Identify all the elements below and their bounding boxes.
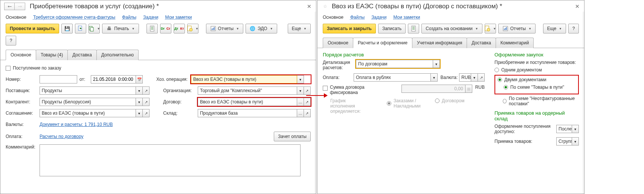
agreement-open-button[interactable]: ↗ [143, 109, 150, 117]
tab-r-accounting[interactable]: Учетная информация [412, 38, 467, 48]
radio-two-docs[interactable] [497, 77, 502, 82]
receipt2-field[interactable]: Сгрупп [556, 137, 572, 146]
currencies-link[interactable]: Документ и расчеты: 1 791,10 RUB [40, 122, 113, 127]
tab-additional[interactable]: Дополнительно [96, 50, 139, 60]
counterparty-label: Контрагент: [6, 99, 40, 105]
sum-fixed-checkbox[interactable] [323, 86, 328, 91]
schedule-opt-orders: Заказами / Накладными [394, 98, 424, 109]
tab-delivery[interactable]: Доставка [67, 50, 97, 60]
favorite-star-icon[interactable]: ☆ [321, 3, 329, 10]
link-tasks[interactable]: Задачи [143, 15, 158, 20]
curr-field[interactable]: RUB [459, 73, 471, 82]
help-button-r[interactable]: ? [568, 24, 579, 33]
nav-back-button[interactable]: 🡐 [4, 3, 15, 10]
tab-r-delivery[interactable]: Доставка [467, 38, 496, 48]
supplier-open-button[interactable]: ↗ [143, 86, 150, 95]
offset-payment-label: Зачет оплаты [278, 134, 307, 139]
sheet-gear-icon [187, 26, 193, 32]
org-open-button[interactable]: ↗ [304, 86, 311, 95]
more-button-r[interactable]: Еще▼ [543, 24, 566, 33]
org-dropdown-button[interactable]: ▾ [297, 86, 304, 95]
run-and-close-button[interactable]: Провести и закрыть [6, 24, 59, 33]
date-input[interactable] [91, 75, 136, 83]
link-my-notes[interactable]: Мои заметки [165, 15, 192, 20]
close-icon[interactable]: ✕ [306, 3, 312, 9]
help-button[interactable]: ? [6, 36, 16, 45]
tab-r-main[interactable]: Основное [323, 38, 353, 48]
supplier-dropdown-button[interactable]: ▾ [136, 86, 143, 95]
print-button[interactable]: 🖶Печать▼ [102, 24, 139, 33]
right-close-icon[interactable]: ✕ [574, 3, 580, 9]
counterparty-field[interactable]: Продукты (Белоруссия) [40, 98, 136, 106]
more-button[interactable]: Еще▼ [288, 24, 311, 33]
link-files[interactable]: Файлы [122, 15, 136, 20]
radio-one-doc[interactable] [494, 68, 499, 72]
save-and-close-button[interactable]: Записать и закрыть [323, 24, 376, 33]
receipt-after-field[interactable]: После [556, 125, 572, 133]
copy-dropdown-button[interactable]: ▼ [89, 24, 100, 33]
org-field[interactable]: Торговый дом "Комплексный" [198, 86, 297, 95]
dtkt-button[interactable]: ДтКт [174, 24, 185, 33]
reports-button-r[interactable]: Отчеты▼ [498, 24, 536, 33]
curr-dropdown-button[interactable]: ▾ [471, 73, 478, 82]
offset-payment-button[interactable]: Зачет оплаты [274, 132, 311, 141]
run-icon-button[interactable] [75, 24, 86, 33]
tab-r-calc[interactable]: Расчеты и оформление [353, 38, 412, 48]
svg-rect-3 [90, 27, 93, 31]
svg-point-9 [189, 28, 192, 31]
agreement-dropdown-button[interactable]: ▾ [136, 109, 143, 117]
settings-dropdown-button-r[interactable]: ▼ [485, 24, 496, 33]
radio-uninvoiced[interactable] [503, 99, 507, 103]
save-label: Записать [382, 26, 401, 31]
calendar-button[interactable]: 📅 [136, 75, 143, 83]
settings-dropdown-button[interactable]: ▼ [187, 24, 198, 33]
comment-textarea[interactable] [40, 144, 301, 176]
doc-green-button[interactable] [147, 24, 158, 33]
receipt2-dropdown[interactable]: ▾ [572, 137, 579, 146]
payment-link[interactable]: Расчеты по договору [40, 134, 84, 139]
counterparty-dropdown-button[interactable]: ▾ [136, 98, 143, 106]
contract-select-button[interactable]: … [297, 98, 304, 106]
pay-dropdown-button[interactable]: ▾ [431, 73, 438, 82]
counterparty-open-button[interactable]: ↗ [143, 98, 150, 106]
detail-field[interactable]: По договорам [356, 60, 433, 68]
linkbar-current: Основное [6, 15, 26, 20]
cr-text: Cr [166, 27, 170, 30]
radio-uninvoiced-label: По схеме "Неотфактурованные поставки" [509, 96, 579, 106]
edo-button[interactable]: 🌐ЭДО▼ [246, 24, 277, 33]
number-input[interactable] [40, 75, 77, 83]
svg-rect-11 [212, 29, 212, 30]
tab-r-comment[interactable]: Комментарий [496, 38, 534, 48]
right-link-tasks[interactable]: Задачи [371, 15, 386, 20]
curr-open-button[interactable]: ↗ [478, 73, 485, 82]
tab-main[interactable]: Основное [6, 50, 36, 60]
save-icon-button[interactable]: 💾 [61, 24, 73, 33]
contract-field[interactable]: Ввоз из ЕАЭС (товары в пути) [198, 98, 297, 106]
warehouse-field[interactable]: Продуктовая база [198, 109, 297, 117]
radio-goods-in-transit[interactable] [504, 85, 508, 89]
right-form: Порядок расчетов Детализация расчетов: П… [317, 48, 584, 152]
agreement-field[interactable]: Ввоз из ЕАЭС (товары в пути) [40, 109, 136, 117]
create-based-button[interactable]: Создать на основании▼ [421, 24, 482, 33]
detail-dropdown-button[interactable]: ▾ [433, 60, 440, 68]
right-link-my-notes[interactable]: Мои заметки [393, 15, 420, 20]
by-order-checkbox[interactable] [6, 66, 11, 71]
by-order-label: Поступление по заказу [13, 65, 61, 71]
operation-field[interactable]: Ввоз из ЕАЭС (товары в пути) [191, 75, 297, 83]
right-link-files[interactable]: Файлы [350, 15, 365, 20]
save-button[interactable]: Записать [378, 24, 406, 33]
receipt-after-dropdown[interactable]: ▾ [572, 125, 579, 133]
nav-forward-button[interactable]: 🡒 [15, 3, 25, 10]
tab-goods[interactable]: Товары (4) [36, 50, 68, 60]
dtcr-button[interactable]: DrCr [160, 24, 171, 33]
doc-green-button-r[interactable] [408, 24, 419, 33]
operation-dropdown-button[interactable]: ▾ [297, 75, 304, 83]
warehouse-select-button[interactable]: … [297, 109, 304, 117]
contract-open-button[interactable]: ↗ [304, 98, 311, 106]
warehouse-open-button[interactable]: ↗ [304, 109, 311, 117]
supplier-field[interactable]: Продукты [40, 86, 136, 95]
reports-button[interactable]: Отчеты▼ [206, 24, 243, 33]
pay-field[interactable]: Оплата в рублях [354, 73, 431, 82]
link-invoice-required[interactable]: Требуется оформление счета-фактуры [33, 15, 115, 20]
receipt2-label: Приемка товаров: [494, 139, 551, 144]
